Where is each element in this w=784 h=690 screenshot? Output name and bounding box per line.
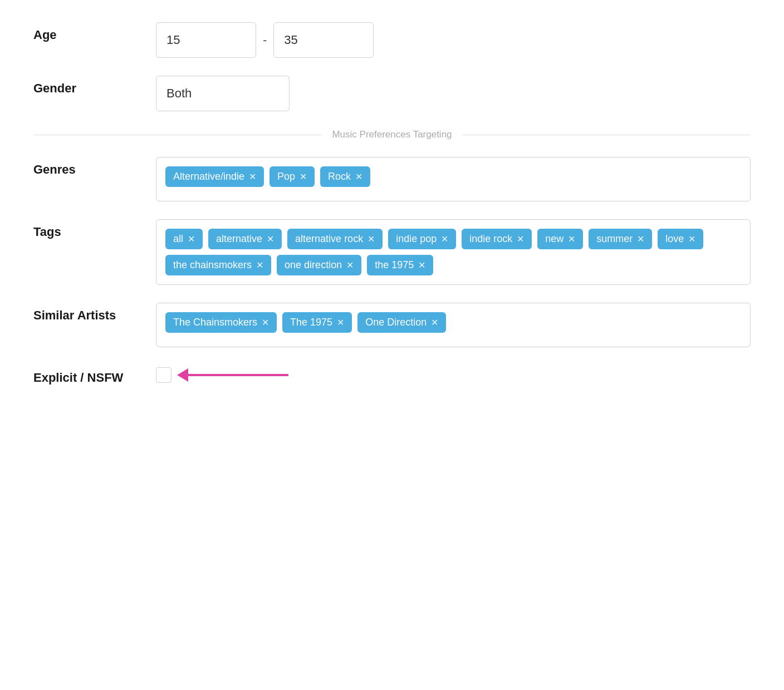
nsfw-arrow [177,368,288,382]
tag-label: one direction [285,259,342,271]
age-label: Age [33,22,156,42]
tag-chip-indie-pop[interactable]: indie pop ✕ [388,229,456,249]
tag-label: new [545,233,564,245]
artist-chip-the-1975[interactable]: The 1975 ✕ [282,312,352,333]
tag-close-one-direction[interactable]: ✕ [346,261,354,270]
age-row: Age - [33,22,751,58]
tag-label: the chainsmokers [173,259,252,271]
gender-label: Gender [33,76,156,96]
tag-close-all[interactable]: ✕ [188,235,195,244]
genre-chip-label: Rock [328,171,351,183]
nsfw-control [156,367,751,383]
gender-row: Gender [33,76,751,111]
tag-label: love [665,233,684,245]
tag-close-summer[interactable]: ✕ [637,235,644,244]
tag-chip-all[interactable]: all ✕ [165,229,203,249]
artist-chip-one-direction[interactable]: One Direction ✕ [357,312,446,333]
artist-chip-label: One Direction [365,317,427,328]
genre-chip-label: Pop [277,171,295,183]
tag-chip-alternative[interactable]: alternative ✕ [208,229,282,249]
tag-close-alternative[interactable]: ✕ [267,235,274,244]
tag-chip-one-direction[interactable]: one direction ✕ [277,255,361,275]
genre-chip-alternative-indie[interactable]: Alternative/indie ✕ [165,166,264,187]
tag-chip-summer[interactable]: summer ✕ [589,229,652,249]
tag-chip-love[interactable]: love ✕ [658,229,703,249]
age-separator: - [263,33,267,47]
tag-close-the-1975[interactable]: ✕ [418,261,425,270]
tag-chip-the-1975[interactable]: the 1975 ✕ [367,255,433,275]
similar-artists-label: Similar Artists [33,303,156,323]
nsfw-input-wrapper [156,367,751,383]
similar-artists-row: Similar Artists The Chainsmokers ✕ The 1… [33,303,751,347]
artist-chip-the-chainsmokers[interactable]: The Chainsmokers ✕ [165,312,277,333]
tag-label: alternative rock [295,233,363,245]
artist-chip-label: The 1975 [290,317,332,328]
tag-chip-indie-rock[interactable]: indie rock ✕ [462,229,532,249]
tag-label: the 1975 [375,259,414,271]
artist-close-one-direction[interactable]: ✕ [431,318,438,327]
tags-label: Tags [33,219,156,239]
tag-label: summer [596,233,633,245]
genre-chip-rock[interactable]: Rock ✕ [320,166,370,187]
tags-box: all ✕ alternative ✕ alternative rock ✕ i… [156,219,751,285]
arrow-shaft [188,374,288,376]
similar-artists-control: The Chainsmokers ✕ The 1975 ✕ One Direct… [156,303,751,347]
nsfw-label: Explicit / NSFW [33,365,156,385]
tags-control: all ✕ alternative ✕ alternative rock ✕ i… [156,219,751,285]
arrow-head-icon [177,368,188,382]
tag-close-indie-rock[interactable]: ✕ [517,235,524,244]
genre-chip-close-rock[interactable]: ✕ [355,172,362,181]
tag-label: alternative [216,233,262,245]
tag-close-indie-pop[interactable]: ✕ [441,235,448,244]
tag-chip-alternative-rock[interactable]: alternative rock ✕ [287,229,383,249]
nsfw-row: Explicit / NSFW [33,365,751,385]
tag-label: all [173,233,183,245]
tag-close-the-chainsmokers[interactable]: ✕ [256,261,263,270]
nsfw-checkbox[interactable] [156,367,171,383]
age-control: - [156,22,751,58]
tags-row: Tags all ✕ alternative ✕ alternative roc… [33,219,751,285]
age-max-input[interactable] [273,22,374,58]
section-divider-text: Music Preferences Targeting [322,129,462,140]
genre-chip-label: Alternative/indie [173,171,244,183]
tag-chip-new[interactable]: new ✕ [537,229,583,249]
tag-close-alternative-rock[interactable]: ✕ [367,235,375,244]
tag-label: indie pop [396,233,437,245]
tag-close-love[interactable]: ✕ [688,235,695,244]
artist-close-the-chainsmokers[interactable]: ✕ [262,318,269,327]
age-inputs: - [156,22,751,58]
genres-box: Alternative/indie ✕ Pop ✕ Rock ✕ [156,157,751,201]
tag-label: indie rock [469,233,512,245]
gender-input[interactable] [156,76,290,111]
genre-chip-close-alternative-indie[interactable]: ✕ [249,172,256,181]
genres-label: Genres [33,157,156,177]
genres-control: Alternative/indie ✕ Pop ✕ Rock ✕ [156,157,751,201]
genre-chip-pop[interactable]: Pop ✕ [270,166,315,187]
genre-chip-close-pop[interactable]: ✕ [300,172,307,181]
section-divider: Music Preferences Targeting [33,129,751,140]
age-min-input[interactable] [156,22,256,58]
similar-artists-box: The Chainsmokers ✕ The 1975 ✕ One Direct… [156,303,751,347]
artist-close-the-1975[interactable]: ✕ [337,318,344,327]
gender-control [156,76,751,111]
artist-chip-label: The Chainsmokers [173,317,257,328]
tag-chip-the-chainsmokers[interactable]: the chainsmokers ✕ [165,255,271,275]
genres-row: Genres Alternative/indie ✕ Pop ✕ Rock ✕ [33,157,751,201]
tag-close-new[interactable]: ✕ [568,235,575,244]
